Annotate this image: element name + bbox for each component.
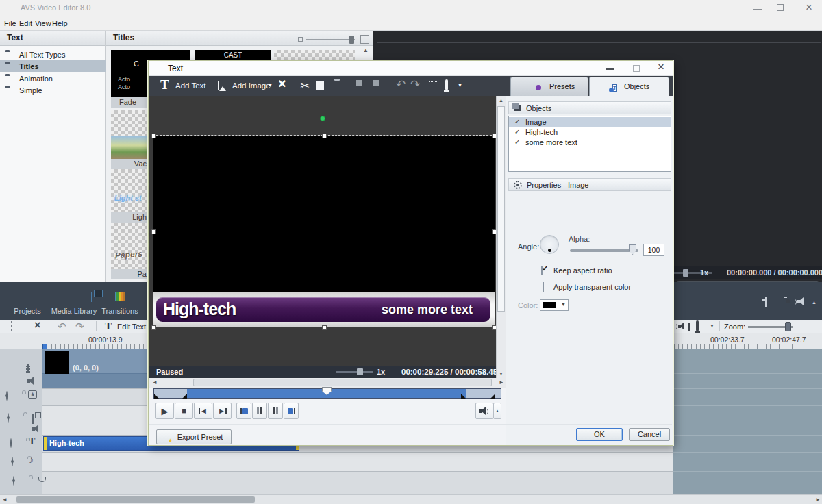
object-item-some-more-text[interactable]: ✓ some more text	[509, 138, 671, 148]
audio-visibility-icon[interactable]	[12, 457, 13, 466]
tab-presets[interactable]: Presets	[510, 77, 588, 96]
check-icon[interactable]: ✓	[514, 118, 520, 125]
banner-title-left[interactable]: High-tech	[163, 299, 236, 319]
maximize-button[interactable]	[777, 4, 784, 11]
check-icon[interactable]: ✓	[514, 138, 520, 146]
trim-handle[interactable]	[461, 394, 466, 399]
menu-view[interactable]: View	[35, 19, 51, 27]
volume-expand-icon[interactable]: ▲	[812, 300, 817, 305]
rotate-handle[interactable]	[320, 116, 325, 121]
hscroll-thumb[interactable]	[193, 379, 492, 386]
nav-transitions[interactable]: Transitions	[100, 286, 140, 316]
cut-icon[interactable]: ✂	[300, 79, 310, 93]
resize-handle[interactable]	[151, 325, 156, 330]
alpha-value-field[interactable]: 100	[643, 244, 664, 256]
add-image-dropdown-icon[interactable]: ▼	[268, 83, 273, 88]
zoom-fit-icon[interactable]	[799, 323, 808, 331]
edit-text-icon[interactable]: T	[105, 320, 112, 332]
add-text-button[interactable]: Add Text	[175, 81, 206, 90]
overlay-right-button[interactable]	[268, 403, 283, 419]
menu-edit[interactable]: Edit	[19, 19, 32, 27]
keep-aspect-checkbox[interactable]: ✓	[541, 266, 543, 275]
category-titles[interactable]: Titles	[0, 60, 106, 72]
close-button[interactable]: ×	[806, 1, 812, 14]
overlay-left-button[interactable]	[252, 403, 267, 419]
scroll-up-icon[interactable]: ▲	[497, 98, 506, 103]
alpha-slider[interactable]	[570, 249, 638, 252]
zoom-slider-thumb[interactable]	[785, 322, 791, 331]
resize-handle[interactable]	[322, 325, 327, 330]
menu-help[interactable]: Help	[52, 19, 68, 27]
thumb-size-slider[interactable]	[306, 39, 355, 40]
preview-monitor-icon[interactable]	[445, 79, 448, 90]
speed-slider-thumb[interactable]	[357, 368, 363, 375]
export-preset-button[interactable]: ★ Export Preset	[156, 429, 232, 444]
angle-dial[interactable]	[540, 235, 559, 254]
dialog-title-bar[interactable]: Text ×	[149, 61, 673, 76]
category-simple[interactable]: Simple	[0, 84, 106, 96]
scroll-right-icon[interactable]: ►	[499, 379, 504, 386]
edit-text-button[interactable]: Edit Text	[117, 323, 146, 331]
text-visibility-icon[interactable]	[10, 438, 12, 448]
monitor-dropdown-icon[interactable]: ▼	[710, 323, 714, 328]
next-frame-button[interactable]: ►	[213, 403, 232, 419]
category-animation[interactable]: Animation	[0, 73, 106, 84]
undo-icon[interactable]: ↶	[58, 320, 66, 333]
dialog-volume-expand-button[interactable]: ▲	[493, 403, 501, 419]
scrollbar-thumb[interactable]	[16, 496, 255, 503]
tab-objects[interactable]: T Objects	[589, 77, 669, 96]
apply-transparent-label[interactable]: Apply transparent color	[553, 283, 631, 291]
resize-handle[interactable]	[151, 134, 156, 138]
delete-object-button[interactable]: ×	[34, 319, 40, 331]
scroll-left-icon[interactable]: ◄	[2, 496, 8, 503]
nav-media-library[interactable]: Media Library	[51, 286, 97, 316]
canvas-hscrollbar[interactable]: ◄ ►	[149, 378, 506, 388]
effects-visibility-icon[interactable]	[6, 391, 8, 401]
speed-slider[interactable]	[336, 371, 373, 373]
dialog-close-button[interactable]: ×	[658, 60, 664, 74]
keep-aspect-label[interactable]: Keep aspect ratio	[553, 266, 612, 275]
scroll-right-icon[interactable]: ►	[815, 496, 821, 503]
voice-visibility-icon[interactable]	[13, 476, 14, 486]
dialog-redo-icon[interactable]: ↷	[410, 77, 420, 92]
color-swatch-dropdown[interactable]: ▼	[540, 299, 569, 311]
banner[interactable]: High-tech some more text	[156, 297, 490, 322]
scroll-down-icon[interactable]: ▼	[497, 371, 506, 376]
trim-handle[interactable]	[182, 394, 187, 399]
apply-transparent-checkbox[interactable]	[543, 282, 544, 292]
add-image-button[interactable]: Add Image	[232, 81, 271, 90]
dialog-minimize-button[interactable]	[606, 68, 614, 70]
preview-monitor-dropdown-icon[interactable]: ▼	[458, 83, 462, 88]
banner-title-right[interactable]: some more text	[333, 303, 473, 317]
alpha-slider-thumb[interactable]	[629, 244, 636, 255]
object-item-high-tech[interactable]: ✓ High-tech	[509, 127, 671, 138]
resize-handle[interactable]	[151, 229, 156, 234]
preview-canvas[interactable]: High-tech some more text	[149, 96, 496, 366]
delete-button[interactable]: ×	[278, 76, 286, 92]
trim-handle[interactable]	[490, 394, 495, 399]
video-clip[interactable]	[45, 351, 69, 374]
menu-file[interactable]: File	[4, 19, 16, 27]
play-button[interactable]: ▶	[155, 403, 174, 419]
dialog-maximize-button[interactable]	[633, 65, 640, 72]
category-all-text-types[interactable]: All Text Types	[0, 49, 106, 60]
canvas-frame[interactable]: High-tech some more text	[153, 135, 495, 327]
overlay-start-button[interactable]	[236, 403, 251, 419]
check-icon[interactable]: ✓	[514, 128, 520, 136]
player-speed-thumb[interactable]	[683, 269, 688, 277]
minimize-button[interactable]	[754, 9, 762, 10]
dialog-undo-icon[interactable]: ↶	[396, 77, 406, 92]
timeline-scrollbar[interactable]: ◄ ►	[0, 494, 822, 504]
cancel-button[interactable]: Cancel	[629, 428, 670, 441]
canvas-vscrollbar[interactable]: ▲ ▼	[496, 96, 506, 378]
grid-toggle-icon[interactable]	[429, 81, 438, 90]
ok-button[interactable]: OK	[576, 428, 623, 441]
dialog-volume-button[interactable]	[475, 403, 493, 419]
fullscreen-icon[interactable]	[765, 297, 767, 307]
scroll-left-icon[interactable]: ◄	[152, 379, 158, 386]
overlay-visibility-icon[interactable]	[8, 413, 9, 423]
trim-bar[interactable]	[153, 388, 501, 399]
overlay-end-button[interactable]	[284, 403, 299, 419]
object-item-image[interactable]: ✓ Image	[509, 117, 671, 127]
prev-frame-button[interactable]: ◄	[194, 403, 212, 419]
